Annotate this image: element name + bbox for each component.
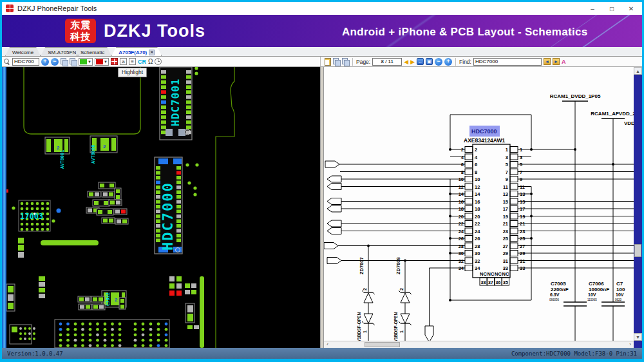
status-bar: Version:1.0.0.47 Component:HDC7000 Model… <box>2 348 642 359</box>
svg-text:VDD: VDD <box>624 120 634 126</box>
svg-text:14: 14 <box>475 191 480 197</box>
scroll-right-icon[interactable]: › <box>627 341 634 348</box>
green-color-chip <box>80 59 87 64</box>
find-previous-button[interactable]: ◄ <box>544 58 551 65</box>
svg-text:1: 1 <box>506 147 508 153</box>
find-input[interactable] <box>473 58 542 66</box>
fit-page-button[interactable]: ▣ <box>426 58 433 65</box>
scroll-left-icon[interactable]: ‹ <box>324 341 331 348</box>
svg-text:31: 31 <box>503 258 508 264</box>
svg-text:15: 15 <box>503 199 508 205</box>
svg-text:19: 19 <box>503 214 508 220</box>
title-bar: DZKJ PhoneRepair Tools – □ ✕ <box>2 2 642 15</box>
svg-text:2200nF: 2200nF <box>551 287 569 292</box>
red-color-chip <box>96 59 103 64</box>
schematic-toolbar: Page: ◀ ▶ ↔ ▣ − + Find: ◄ ► A <box>320 57 642 66</box>
zoom-out-button[interactable]: − <box>51 58 59 66</box>
copy-region-icon[interactable] <box>342 58 349 65</box>
history-icon[interactable] <box>155 58 162 65</box>
copy-page-icon[interactable] <box>333 58 340 65</box>
window-title: DZKJ PhoneRepair Tools <box>17 5 97 12</box>
svg-text:29: 29 <box>503 251 508 256</box>
pcb-vertical-scrollbar[interactable] <box>2 67 6 348</box>
schematic-horizontal-scrollbar[interactable]: ‹ › <box>324 341 634 348</box>
horizontal-scroll-thumb[interactable] <box>365 342 400 347</box>
svg-text:10000nF: 10000nF <box>589 287 609 292</box>
component-grid-icon[interactable] <box>111 58 118 65</box>
pad-color-picker[interactable]: ▼ <box>79 58 93 66</box>
svg-text:25: 25 <box>503 236 508 242</box>
svg-text:HDC7000: HDC7000 <box>160 182 176 251</box>
layer-top-icon[interactable] <box>61 58 68 65</box>
label-toggle-button[interactable]: a <box>120 58 127 65</box>
svg-text:2: 2 <box>399 288 404 291</box>
svg-text:38: 38 <box>481 280 486 285</box>
svg-text:NC: NC <box>480 271 487 277</box>
version-text: Version:1.0.0.47 <box>7 350 63 357</box>
component-search-input[interactable] <box>12 58 39 66</box>
svg-text:NC: NC <box>502 271 509 277</box>
svg-text:ZD7008: ZD7008 <box>395 257 401 274</box>
scroll-up-icon[interactable]: ▲ <box>634 67 642 75</box>
schematic-zoom-out-button[interactable]: − <box>435 58 442 66</box>
tab-board[interactable]: A705F(A70) ✕ <box>111 47 162 56</box>
cr-mode-button[interactable]: CR <box>138 59 146 65</box>
fit-width-button[interactable]: ↔ <box>417 58 424 65</box>
svg-text:22: 22 <box>475 221 480 227</box>
export-page-icon[interactable] <box>325 58 331 66</box>
svg-text:20: 20 <box>475 214 480 220</box>
svg-text:24: 24 <box>475 229 480 234</box>
separator <box>352 58 353 66</box>
svg-text:C7005: C7005 <box>551 281 566 287</box>
svg-text:26: 26 <box>475 236 480 242</box>
resistance-button[interactable]: Ω <box>148 58 153 65</box>
zoom-in-button[interactable]: + <box>41 58 49 66</box>
highlight-color-picker[interactable]: ▼ <box>95 58 109 66</box>
svg-text:21: 21 <box>503 221 508 227</box>
scroll-down-icon[interactable]: ▼ <box>634 333 642 341</box>
close-button[interactable]: ✕ <box>621 2 641 15</box>
tab-schematic[interactable]: SM-A705FN_ Schematic <box>41 47 111 56</box>
svg-text:18: 18 <box>475 206 480 212</box>
tab-close-icon[interactable]: ✕ <box>149 50 155 55</box>
svg-text:HDC7000: HDC7000 <box>471 128 497 135</box>
svg-text:17: 17 <box>503 206 508 212</box>
vertical-scroll-thumb[interactable] <box>634 244 641 257</box>
svg-text:2: 2 <box>115 297 118 303</box>
find-label: Find: <box>459 59 471 65</box>
svg-text:2: 2 <box>475 147 477 153</box>
svg-text:RCAM1_DVDD_1P05: RCAM1_DVDD_1P05 <box>550 93 601 99</box>
svg-text:36: 36 <box>496 280 501 285</box>
svg-text:16: 16 <box>475 199 480 205</box>
schematic-zoom-in-button[interactable]: + <box>444 58 452 66</box>
brand-subtitle: Android + iPhone & PCB Layout - Schemati… <box>342 26 587 39</box>
highlight-all-button[interactable]: A <box>562 59 566 65</box>
list-view-button[interactable]: ≡ <box>129 58 136 65</box>
svg-text:C7006: C7006 <box>589 281 604 287</box>
find-next-button[interactable]: ► <box>553 58 560 65</box>
svg-text:0620: 0620 <box>615 298 622 301</box>
pcb-canvas[interactable]: HDC70012AVT80012AVT8000HDC7000170032C702… <box>6 67 320 348</box>
company-logo: 东震 科技 <box>65 19 96 43</box>
prev-page-button[interactable]: ◀ <box>404 59 408 65</box>
search-icon <box>4 59 10 65</box>
schematic-vertical-scrollbar[interactable]: ▲ ▼ <box>634 67 642 348</box>
next-page-button[interactable]: ▶ <box>410 59 415 65</box>
schematic-panel[interactable]: HDC7000AXE834124AW1224466881010121214141… <box>324 67 642 348</box>
svg-text:AVT8001: AVT8001 <box>60 149 65 169</box>
pcb-layout-panel[interactable]: HDC70012AVT80012AVT8000HDC7000170032C702… <box>2 67 320 348</box>
tab-welcome[interactable]: Welcome <box>5 47 41 56</box>
svg-text:066036: 066036 <box>549 298 560 301</box>
svg-text:27: 27 <box>503 243 508 249</box>
minimize-button[interactable]: – <box>583 2 602 15</box>
svg-text:NC: NC <box>495 271 502 277</box>
page-number-input[interactable] <box>372 58 402 66</box>
schematic-canvas[interactable]: HDC7000AXE834124AW1224466881010121214141… <box>324 67 634 348</box>
pcb-toolbar: + − ▼ ▼ a ≡ CR Ω <box>2 57 320 66</box>
maximize-button[interactable]: □ <box>602 2 621 15</box>
svg-text:13: 13 <box>503 191 508 197</box>
svg-text:6: 6 <box>475 162 477 167</box>
svg-text:23: 23 <box>503 229 508 234</box>
layer-bottom-icon[interactable] <box>70 58 77 65</box>
svg-text:10V: 10V <box>588 292 596 297</box>
